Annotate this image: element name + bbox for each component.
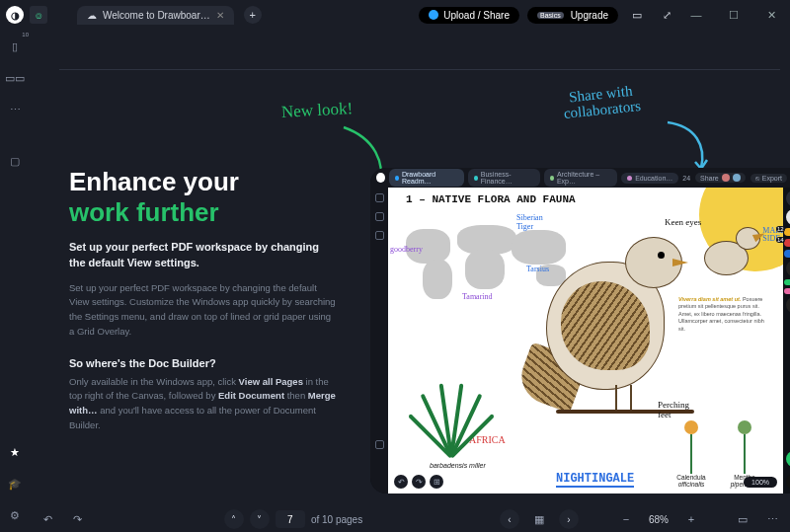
canvas-paragraph: Viverra diam sit amet ut. Posuere pretiu… [678, 296, 767, 333]
page-navigation: ˄ ˅ 7 of 10 pages [224, 509, 362, 529]
promo-copy: Enhance your work further Set up your pe… [69, 168, 336, 433]
view-options-button[interactable]: ⋯ [762, 509, 782, 529]
device-logo-icon [376, 173, 385, 183]
device-export-button[interactable]: ⎋ Export [750, 174, 787, 183]
content-area: New look! Share with collaborators Enhan… [30, 30, 790, 506]
settings-icon[interactable]: ⚙ [6, 506, 24, 524]
device-grid-button[interactable]: ⊞ [430, 475, 443, 489]
device-undo-button[interactable]: ↶ [394, 475, 408, 489]
device-canvas: 1 – NATIVE FLORA AND FAUNA goodberry Sib… [388, 188, 783, 494]
upload-share-button[interactable]: Upload / Share [419, 7, 519, 24]
highlighter-tool[interactable] [784, 288, 790, 294]
current-page-input[interactable]: 7 [276, 510, 305, 528]
library-icon[interactable]: ▭▭ [6, 69, 24, 87]
upgrade-label: Upgrade [571, 10, 608, 21]
map-label: Tamarind [462, 292, 493, 301]
notification-icon[interactable]: ▭ [626, 4, 648, 26]
camera-icon[interactable]: ⌾ [30, 6, 47, 24]
bird-name: NIGHTINGALE [556, 472, 634, 488]
titlebar: ◑ ⌾ ☁ Welcome to Drawboar… ✕ + Upload / … [0, 0, 790, 30]
plan-badge: Basics [537, 12, 564, 19]
headline-line1: Enhance your [69, 168, 336, 197]
body-paragraph: Set up your perfect PDF workspace by cha… [69, 281, 336, 340]
pen-tool[interactable] [784, 250, 790, 258]
cloud-icon: ☁ [87, 10, 97, 21]
device-tab[interactable]: Architecture – Exp… [544, 169, 618, 187]
body-paragraph-2: Only available in the Windows app, click… [69, 375, 336, 433]
pen-tool[interactable]: 12 [784, 228, 790, 236]
subheading: So where's the Doc Builder? [69, 357, 336, 369]
page-up-button[interactable]: ˄ [224, 509, 244, 529]
bird-small-illustration [698, 219, 767, 288]
device-zoom-indicator[interactable]: 100% [744, 477, 777, 488]
device-rail-icon[interactable] [375, 440, 384, 449]
zoom-out-button[interactable]: − [616, 509, 636, 529]
device-tab[interactable]: Drawboard Readm… [389, 169, 464, 187]
map-label: goodberry [390, 245, 423, 254]
tab-label: Welcome to Drawboar… [103, 10, 210, 21]
hand-label: Perching feet [658, 400, 689, 419]
bottom-bar: ↶ ↷ ˄ ˅ 7 of 10 pages ‹ ▦ › − 68% + ▭ ⋯ [30, 506, 790, 532]
device-tool-rail: ✋ ➤ 12 14 T ▷ ＋ ⇪ [783, 188, 790, 494]
device-page-count: 24 [682, 175, 690, 182]
fullscreen-icon[interactable]: ⤢ [656, 4, 677, 26]
shape-tool-icon[interactable]: ▷ [786, 297, 790, 313]
favorite-icon[interactable]: ★ [6, 443, 24, 461]
document-tab[interactable]: ☁ Welcome to Drawboar… ✕ [77, 6, 234, 25]
page-total-label: of 10 pages [311, 514, 362, 525]
window-minimize-button[interactable]: — [677, 1, 715, 29]
device-rail-icon[interactable] [375, 212, 384, 221]
device-share-button[interactable]: Share [695, 173, 746, 183]
education-icon[interactable]: 🎓 [6, 475, 24, 493]
device-rail-icon[interactable] [375, 193, 384, 202]
text-tool-icon[interactable]: T [786, 261, 790, 276]
device-topbar: Drawboard Readm… Business-Finance… Archi… [370, 168, 790, 188]
left-rail: ▯10 ▭▭ ⋯ ▢ ★ 🎓 ⚙ [0, 30, 30, 532]
close-tab-icon[interactable]: ✕ [216, 10, 224, 21]
prev-button[interactable]: ‹ [500, 509, 519, 529]
window-maximize-button[interactable]: ☐ [715, 1, 752, 29]
pan-tool-icon[interactable]: ✋ [786, 190, 790, 206]
device-left-rail [370, 188, 388, 494]
annotation-new-look: New look! [281, 99, 354, 122]
app-logo-icon[interactable]: ◑ [6, 6, 24, 24]
layout-button[interactable]: ▭ [733, 509, 752, 529]
add-tool-button[interactable]: ＋ [786, 451, 790, 467]
plant-latin-name: barbadensis miller [430, 462, 486, 469]
device-redo-button[interactable]: ↷ [412, 475, 426, 489]
redo-button[interactable]: ↷ [67, 509, 87, 529]
next-button[interactable]: › [559, 509, 579, 529]
canvas-title: 1 – NATIVE FLORA AND FAUNA [406, 193, 576, 205]
annotation-share: Share with collaborators [562, 83, 642, 122]
page-icon[interactable]: ▯10 [6, 38, 24, 55]
new-tab-button[interactable]: + [244, 6, 262, 24]
hand-label: Keen eyes [665, 217, 701, 227]
zoom-controls: − 68% + [616, 509, 701, 529]
thumbnail-view-button[interactable]: ▦ [529, 509, 549, 529]
aloe-illustration: barbadensis miller [400, 380, 499, 469]
lead-paragraph: Set up your perfect PDF workspace by cha… [69, 240, 336, 271]
botanical-illustration: Calendula officinalis [667, 426, 716, 488]
headline-line2: work further [69, 197, 336, 228]
device-tab[interactable]: Education… [621, 173, 678, 184]
zoom-level[interactable]: 68% [642, 514, 675, 525]
more-icon[interactable]: ⋯ [6, 101, 24, 118]
upgrade-button[interactable]: Basics Upgrade [527, 7, 618, 24]
arrow-blue-icon [662, 116, 721, 176]
zoom-in-button[interactable]: + [681, 509, 701, 529]
select-tool-icon[interactable]: ➤ [786, 209, 790, 225]
undo-button[interactable]: ↶ [38, 509, 57, 529]
device-mockup: Drawboard Readm… Business-Finance… Archi… [370, 168, 790, 494]
divider [59, 69, 780, 70]
device-rail-icon[interactable] [375, 231, 384, 240]
clipboard-icon[interactable]: ▢ [6, 152, 24, 170]
pen-tool[interactable]: 14 [784, 239, 790, 247]
highlighter-tool[interactable] [784, 279, 790, 285]
window-close-button[interactable]: ✕ [752, 1, 790, 29]
device-tab[interactable]: Business-Finance… [468, 169, 540, 187]
cloud-upload-icon [429, 10, 438, 20]
device-undo-group: ↶ ↷ ⊞ [394, 475, 443, 489]
upload-share-label: Upload / Share [443, 10, 510, 21]
page-down-button[interactable]: ˅ [250, 509, 270, 529]
quick-share-button[interactable]: ⇪ [786, 474, 790, 490]
